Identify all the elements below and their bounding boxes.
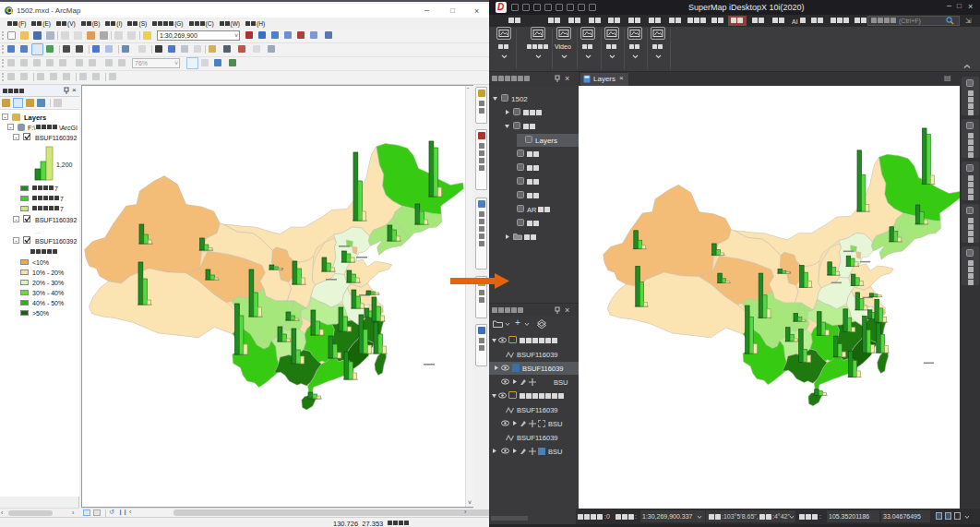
svg-text:1,200: 1,200 [56, 162, 73, 168]
